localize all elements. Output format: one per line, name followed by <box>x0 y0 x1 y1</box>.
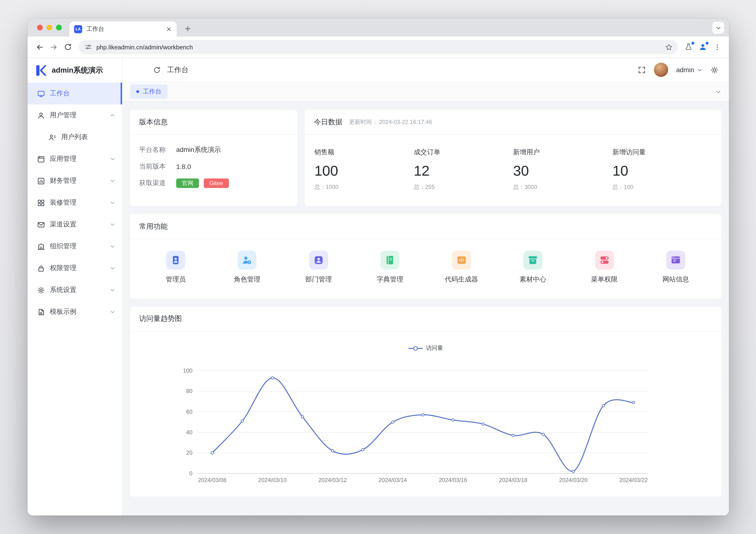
chart-legend-item[interactable]: 访问量 <box>130 341 721 356</box>
sidebar-item-decoration-mgmt[interactable]: 装修管理 <box>28 192 122 214</box>
browser-tab[interactable]: LA 工作台 <box>69 21 177 37</box>
quick-item-admin[interactable]: 管理员 <box>156 251 196 284</box>
material-center-icon <box>523 251 542 270</box>
channel-tag-Gitee[interactable]: Gitee <box>204 178 229 188</box>
svg-text:2024/03/18: 2024/03/18 <box>499 477 527 483</box>
tag-workbench[interactable]: 工作台 <box>130 85 168 99</box>
version-row: 平台名称admin系统演示 <box>139 142 288 158</box>
desktop: LA 工作台 <box>0 0 756 534</box>
stat-new-users: 新增用户30总：3000 <box>513 148 612 191</box>
minimize-window-button[interactable] <box>46 25 52 30</box>
browser-window: LA 工作台 <box>28 18 729 516</box>
settings-gear-icon[interactable] <box>711 66 718 74</box>
refresh-icon[interactable] <box>153 66 161 74</box>
sidebar-item-label: 系统设置 <box>50 286 105 294</box>
bookmark-star-icon[interactable] <box>665 43 673 51</box>
visits-chart-svg: 0204060801002024/03/082024/03/102024/03/… <box>130 356 722 496</box>
svg-text:2024/03/16: 2024/03/16 <box>439 477 467 483</box>
today-data-card: 今日数据 更新时间： 2024-03-22 16:17:46 销售额100总：1… <box>305 110 721 206</box>
sidebar-item-template-examples[interactable]: 模板示例 <box>28 301 122 323</box>
quick-card-title: 常用功能 <box>139 222 168 231</box>
svg-text:80: 80 <box>186 388 193 394</box>
logo-row: admin系统演示 <box>28 58 122 83</box>
version-row-value: 1.8.0 <box>176 163 191 170</box>
chevron-up-icon <box>110 113 115 118</box>
stat-label: 销售额 <box>314 148 414 157</box>
chevron-down-icon <box>110 156 115 162</box>
legend-label: 访问量 <box>426 344 443 353</box>
svg-text:2024/03/10: 2024/03/10 <box>258 477 286 483</box>
stat-value: 100 <box>314 163 414 179</box>
tab-list-chevron-button[interactable] <box>712 22 724 34</box>
profile-icon[interactable] <box>696 40 710 54</box>
sidebar-item-org-mgmt[interactable]: 组织管理 <box>28 235 122 257</box>
quick-item-dict-mgmt[interactable]: 字典管理 <box>370 251 410 284</box>
sidebar-item-channel-settings[interactable]: 渠道设置 <box>28 214 122 235</box>
today-stats: 销售额100总：1000成交订单12总：255新增用户30总：3000新增访问量… <box>305 135 721 191</box>
channel-tag-官网[interactable]: 官网 <box>176 178 199 188</box>
sidebar-item-permission-mgmt[interactable]: 权限管理 <box>28 257 122 279</box>
app-header: 工作台 admin <box>122 58 729 82</box>
sidebar-item-user-mgmt[interactable]: 用户管理 <box>28 104 122 126</box>
fullscreen-window-button[interactable] <box>56 25 62 30</box>
quick-item-role-mgmt[interactable]: 角色管理 <box>227 251 267 284</box>
quick-item-label: 管理员 <box>156 275 196 284</box>
user-avatar[interactable] <box>654 63 668 77</box>
tag-bar: 工作台 <box>122 82 729 102</box>
header-actions: admin <box>638 63 718 77</box>
sidebar-item-user-list[interactable]: 用户列表 <box>28 126 122 148</box>
user-icon <box>37 111 45 120</box>
chevron-down-icon <box>110 244 115 249</box>
browser-menu-icon[interactable] <box>710 40 724 54</box>
chevron-down-icon <box>110 309 115 315</box>
forward-button[interactable] <box>46 40 61 54</box>
stat-value: 12 <box>414 163 513 179</box>
sidebar-item-app-mgmt[interactable]: 应用管理 <box>28 148 122 170</box>
reload-button[interactable] <box>61 40 75 54</box>
sidebar-item-label: 财务管理 <box>50 176 105 185</box>
version-row-label: 平台名称 <box>139 146 176 154</box>
quick-item-website-info[interactable]: 网站信息 <box>656 251 696 284</box>
labs-beaker-icon[interactable] <box>682 40 696 54</box>
quick-item-code-generator[interactable]: 代码生成器 <box>442 251 481 284</box>
user-dropdown[interactable]: admin <box>676 66 702 73</box>
version-row-label: 当前版本 <box>139 162 176 171</box>
stat-label: 成交订单 <box>414 148 513 157</box>
stat-label: 新增访问量 <box>612 148 712 157</box>
chevron-down-icon <box>110 222 115 227</box>
quick-functions-card: 常用功能 管理员角色管理部门管理字典管理代码生成器素材中心菜单权限网站信息 <box>130 214 721 299</box>
sidebar-item-label: 权限管理 <box>50 264 105 273</box>
sidebar-item-label: 组织管理 <box>50 242 105 251</box>
site-info-icon[interactable] <box>85 43 92 51</box>
back-button[interactable] <box>32 40 46 54</box>
window-controls <box>37 25 62 30</box>
channel-row: 获取渠道官网Gitee <box>139 175 288 191</box>
menu-permission-icon <box>595 251 614 270</box>
new-tab-button[interactable] <box>181 22 194 35</box>
fullscreen-icon[interactable] <box>638 66 646 74</box>
close-window-button[interactable] <box>37 25 43 30</box>
decorate-icon <box>37 199 45 207</box>
sidebar-item-workbench[interactable]: 工作台 <box>28 83 122 104</box>
version-info-card: 版本信息 平台名称admin系统演示当前版本1.8.0获取渠道官网Gitee <box>130 110 297 206</box>
quick-item-material-center[interactable]: 素材中心 <box>513 251 553 284</box>
version-info-body: 平台名称admin系统演示当前版本1.8.0获取渠道官网Gitee <box>130 135 297 191</box>
tab-close-icon[interactable] <box>164 25 173 33</box>
sidebar-item-finance-mgmt[interactable]: 财务管理 <box>28 170 122 192</box>
role-mgmt-icon <box>238 251 257 270</box>
stat-sales: 销售额100总：1000 <box>314 148 414 191</box>
browser-tab-strip: LA 工作台 <box>28 18 729 37</box>
sidebar-item-system-settings[interactable]: 系统设置 <box>28 279 122 301</box>
address-bar[interactable]: php.likeadmin.cn/admin/workbench <box>79 40 678 54</box>
notification-dot <box>691 42 694 45</box>
profile-dot <box>706 42 709 45</box>
update-time: 更新时间： 2024-03-22 16:17:46 <box>349 118 432 126</box>
chevron-down-icon <box>110 200 115 205</box>
tagbar-chevron-icon[interactable] <box>715 89 721 95</box>
version-row: 当前版本1.8.0 <box>139 158 288 175</box>
quick-functions: 管理员角色管理部门管理字典管理代码生成器素材中心菜单权限网站信息 <box>130 239 721 284</box>
site-favicon: LA <box>74 25 82 33</box>
quick-item-dept-mgmt[interactable]: 部门管理 <box>299 251 338 284</box>
svg-text:20: 20 <box>186 449 193 456</box>
quick-item-menu-permission[interactable]: 菜单权限 <box>584 251 624 284</box>
